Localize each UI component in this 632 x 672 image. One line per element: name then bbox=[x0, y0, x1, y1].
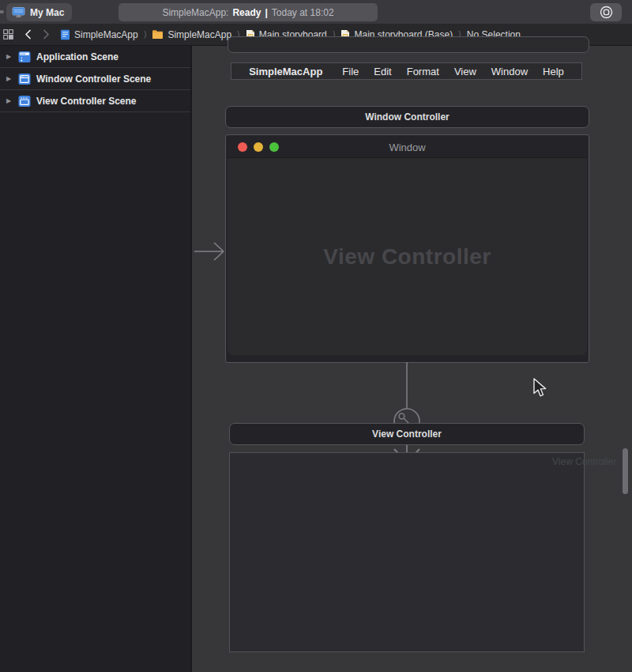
mac-display-icon bbox=[12, 7, 25, 17]
folder-icon bbox=[152, 29, 164, 40]
breadcrumb-label: SimpleMacApp bbox=[167, 29, 231, 40]
scene-bar-title: Window Controller bbox=[365, 111, 450, 123]
status-state: Ready bbox=[232, 7, 261, 18]
status-app-name: SimpleMacApp: bbox=[162, 7, 228, 18]
editor-options-icon bbox=[600, 6, 613, 19]
window-controller-scene-bar[interactable]: Window Controller bbox=[225, 106, 589, 128]
disclosure-triangle-icon[interactable]: ▶ bbox=[5, 75, 13, 82]
menu-item-edit[interactable]: Edit bbox=[374, 66, 391, 77]
view-controller-scene-icon bbox=[18, 95, 31, 108]
menu-item-format[interactable]: Format bbox=[407, 66, 439, 77]
vertical-scrollbar-thumb[interactable] bbox=[623, 448, 628, 494]
document-outline: ▶ Application Scene ▶ Window Controller … bbox=[0, 46, 192, 672]
breadcrumb-separator: 〉 bbox=[144, 29, 146, 40]
menu-item-help[interactable]: Help bbox=[543, 66, 564, 77]
view-controller-scene-bar[interactable]: View Controller bbox=[229, 423, 585, 445]
breadcrumb-project[interactable]: SimpleMacApp bbox=[60, 29, 138, 40]
sidebar-item-window-controller-scene[interactable]: ▶ Window Controller Scene bbox=[0, 68, 190, 90]
window-title: Window bbox=[228, 142, 587, 153]
window-titlebar[interactable]: Window bbox=[228, 137, 587, 158]
activity-status-bar[interactable]: SimpleMacApp: Ready | Today at 18:02 bbox=[118, 3, 378, 21]
content-placeholder-label: View Controller bbox=[323, 244, 491, 270]
menu-app-title[interactable]: SimpleMacApp bbox=[249, 66, 322, 77]
forward-chevron-icon bbox=[43, 29, 50, 40]
editor-content: ▶ Application Scene ▶ Window Controller … bbox=[0, 46, 632, 672]
scene-bar-title: View Controller bbox=[372, 428, 442, 440]
breadcrumb-group[interactable]: SimpleMacApp bbox=[152, 29, 231, 40]
window-controller-scene-icon bbox=[18, 73, 31, 85]
sidebar-item-application-scene[interactable]: ▶ Application Scene bbox=[0, 46, 190, 68]
scheme-selector-fragment bbox=[0, 10, 4, 13]
window-content-view[interactable]: View Controller bbox=[228, 158, 587, 355]
related-items-grid-icon bbox=[3, 29, 13, 40]
forward-button[interactable] bbox=[37, 29, 55, 40]
application-scene-icon bbox=[18, 51, 31, 63]
destination-label: My Mac bbox=[30, 7, 64, 18]
editor-options-button[interactable] bbox=[590, 3, 622, 21]
breadcrumb-label: SimpleMacApp bbox=[74, 29, 138, 40]
project-icon bbox=[60, 29, 70, 40]
window-controller-scene-frame[interactable]: Window View Controller bbox=[225, 134, 589, 363]
show-segue-connector[interactable] bbox=[391, 362, 423, 466]
sidebar-item-label: Application Scene bbox=[36, 51, 118, 62]
mouse-pointer bbox=[532, 378, 547, 398]
run-destination-selector[interactable]: My Mac bbox=[6, 3, 72, 21]
sidebar-item-view-controller-scene[interactable]: ▶ View Controller Scene bbox=[0, 90, 190, 112]
view-controller-view[interactable] bbox=[229, 452, 585, 652]
related-items-button[interactable] bbox=[0, 29, 19, 40]
storyboard-entry-arrow[interactable] bbox=[194, 240, 228, 262]
disclosure-triangle-icon[interactable]: ▶ bbox=[5, 97, 13, 104]
back-chevron-icon bbox=[24, 29, 32, 40]
xcode-toolbar: My Mac SimpleMacApp: Ready | Today at 18… bbox=[0, 0, 632, 24]
application-scene-bar-partial[interactable] bbox=[228, 36, 589, 53]
view-controller-overlay-label: View Controller bbox=[552, 456, 616, 467]
sidebar-item-label: Window Controller Scene bbox=[36, 74, 151, 85]
menu-item-window[interactable]: Window bbox=[491, 66, 528, 77]
status-divider: | bbox=[265, 7, 267, 18]
status-time: Today at 18:02 bbox=[272, 7, 334, 18]
menu-item-file[interactable]: File bbox=[342, 66, 359, 77]
sidebar-item-label: View Controller Scene bbox=[36, 96, 137, 107]
menu-item-view[interactable]: View bbox=[454, 66, 476, 77]
back-button[interactable] bbox=[19, 29, 37, 40]
window[interactable]: Window View Controller bbox=[228, 137, 587, 355]
main-menu-scene[interactable]: SimpleMacApp File Edit Format View Windo… bbox=[231, 62, 582, 80]
storyboard-canvas[interactable]: SimpleMacApp File Edit Format View Windo… bbox=[194, 46, 632, 672]
disclosure-triangle-icon[interactable]: ▶ bbox=[5, 53, 13, 60]
